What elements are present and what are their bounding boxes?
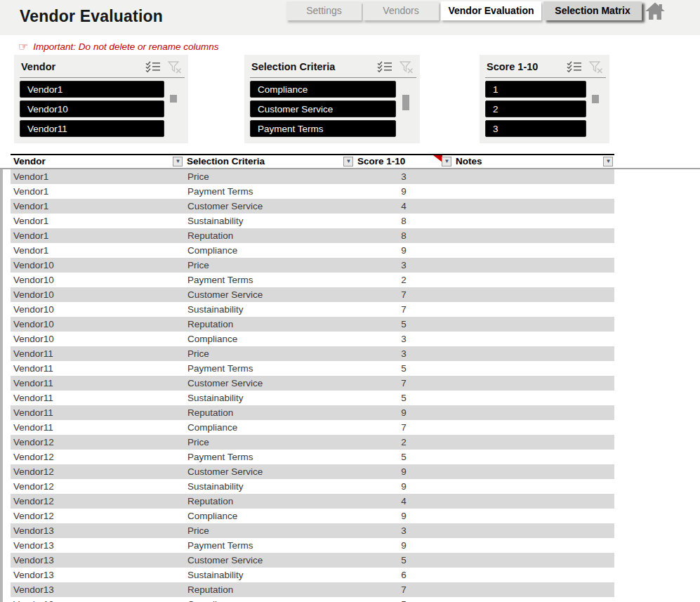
cell-criteria[interactable]: Reputation bbox=[184, 494, 355, 509]
cell-notes[interactable] bbox=[453, 553, 614, 568]
cell-score[interactable]: 4 bbox=[355, 199, 453, 214]
cell-notes[interactable] bbox=[453, 332, 614, 346]
table-row[interactable]: Vendor1 Reputation 8 bbox=[11, 228, 614, 243]
cell-score[interactable]: 9 bbox=[355, 243, 453, 258]
cell-notes[interactable] bbox=[453, 184, 614, 199]
table-row[interactable]: Vendor10 Sustainability 7 bbox=[11, 302, 614, 317]
table-row[interactable]: Vendor13 Reputation 7 bbox=[11, 582, 614, 597]
cell-score[interactable]: 9 bbox=[355, 479, 453, 494]
cell-vendor[interactable]: Vendor10 bbox=[11, 258, 184, 273]
cell-notes[interactable] bbox=[453, 405, 614, 420]
slicer-item[interactable]: Compliance bbox=[250, 81, 396, 98]
table-row[interactable]: Vendor10 Reputation 5 bbox=[11, 317, 614, 332]
slicer-item[interactable]: 3 bbox=[485, 120, 586, 137]
cell-score[interactable]: 7 bbox=[355, 376, 453, 391]
cell-vendor[interactable]: Vendor12 bbox=[11, 450, 184, 464]
cell-score[interactable]: 3 bbox=[355, 523, 453, 538]
cell-criteria[interactable]: Price bbox=[184, 346, 355, 361]
cell-score[interactable]: 5 bbox=[355, 391, 453, 405]
slicer-item[interactable]: 2 bbox=[485, 100, 586, 117]
table-row[interactable]: Vendor1 Sustainability 8 bbox=[11, 214, 614, 228]
cell-criteria[interactable]: Customer Service bbox=[184, 464, 355, 479]
cell-score[interactable]: 3 bbox=[355, 332, 453, 346]
cell-notes[interactable] bbox=[453, 391, 614, 405]
cell-criteria[interactable]: Price bbox=[184, 258, 355, 273]
table-row[interactable]: Vendor13 Customer Service 5 bbox=[11, 553, 614, 568]
cell-score[interactable]: 4 bbox=[355, 494, 453, 509]
cell-score[interactable]: 3 bbox=[355, 258, 453, 273]
slicer-item[interactable]: Vendor10 bbox=[20, 100, 164, 117]
cell-criteria[interactable]: Sustainability bbox=[184, 568, 355, 582]
cell-notes[interactable] bbox=[453, 214, 614, 228]
table-row[interactable]: Vendor11 Price 3 bbox=[11, 346, 614, 361]
cell-criteria[interactable]: Payment Terms bbox=[184, 450, 355, 464]
cell-score[interactable]: 9 bbox=[355, 509, 453, 523]
tab-vendor-evaluation[interactable]: Vendor Evaluation bbox=[441, 1, 541, 20]
cell-notes[interactable] bbox=[453, 450, 614, 464]
cell-vendor[interactable]: Vendor1 bbox=[11, 199, 184, 214]
cell-vendor[interactable]: Vendor10 bbox=[11, 332, 184, 346]
cell-vendor[interactable]: Vendor10 bbox=[11, 302, 184, 317]
cell-criteria[interactable]: Sustainability bbox=[184, 391, 355, 405]
cell-criteria[interactable]: Reputation bbox=[184, 228, 355, 243]
cell-criteria[interactable]: Sustainability bbox=[184, 214, 355, 228]
cell-notes[interactable] bbox=[453, 302, 614, 317]
table-row[interactable]: Vendor10 Payment Terms 2 bbox=[11, 273, 614, 287]
cell-vendor[interactable]: Vendor13 bbox=[11, 582, 184, 597]
cell-vendor[interactable]: Vendor12 bbox=[11, 509, 184, 523]
cell-score[interactable]: 2 bbox=[355, 435, 453, 450]
cell-notes[interactable] bbox=[453, 361, 614, 376]
cell-vendor[interactable]: Vendor13 bbox=[11, 553, 184, 568]
cell-criteria[interactable]: Customer Service bbox=[184, 376, 355, 391]
table-row[interactable]: Vendor11 Customer Service 7 bbox=[11, 376, 614, 391]
slicer-item[interactable]: Vendor11 bbox=[20, 120, 164, 137]
cell-criteria[interactable]: Compliance bbox=[184, 243, 355, 258]
filter-dropdown-icon[interactable]: ▼ bbox=[442, 157, 451, 166]
cell-vendor[interactable]: Vendor13 bbox=[11, 597, 184, 602]
cell-notes[interactable] bbox=[453, 228, 614, 243]
slicer-item[interactable]: Customer Service bbox=[250, 100, 396, 117]
cell-score[interactable]: 9 bbox=[355, 538, 453, 553]
table-row[interactable]: Vendor11 Payment Terms 5 bbox=[11, 361, 614, 376]
tab-vendors[interactable]: Vendors bbox=[363, 1, 439, 20]
cell-vendor[interactable]: Vendor11 bbox=[11, 420, 184, 435]
clear-filter-icon[interactable] bbox=[399, 61, 415, 74]
cell-score[interactable]: 6 bbox=[355, 568, 453, 582]
cell-criteria[interactable]: Sustainability bbox=[184, 479, 355, 494]
home-icon[interactable] bbox=[645, 1, 666, 22]
cell-score[interactable]: 5 bbox=[355, 553, 453, 568]
cell-criteria[interactable]: Reputation bbox=[184, 582, 355, 597]
cell-criteria[interactable]: Reputation bbox=[184, 317, 355, 332]
table-row[interactable]: Vendor12 Reputation 4 bbox=[11, 494, 614, 509]
cell-score[interactable]: 5 bbox=[355, 450, 453, 464]
cell-score[interactable]: 3 bbox=[355, 169, 453, 184]
cell-vendor[interactable]: Vendor11 bbox=[11, 376, 184, 391]
multi-select-icon[interactable] bbox=[567, 61, 582, 74]
table-row[interactable]: Vendor13 Compliance 5 bbox=[11, 597, 614, 602]
table-row[interactable]: Vendor10 Customer Service 7 bbox=[11, 287, 614, 302]
cell-vendor[interactable]: Vendor1 bbox=[11, 228, 184, 243]
scrollbar-thumb[interactable] bbox=[402, 95, 409, 110]
cell-vendor[interactable]: Vendor11 bbox=[11, 346, 184, 361]
cell-vendor[interactable]: Vendor1 bbox=[11, 184, 184, 199]
table-row[interactable]: Vendor1 Compliance 9 bbox=[11, 243, 614, 258]
cell-notes[interactable] bbox=[453, 273, 614, 287]
cell-criteria[interactable]: Customer Service bbox=[184, 199, 355, 214]
cell-notes[interactable] bbox=[453, 420, 614, 435]
cell-notes[interactable] bbox=[453, 376, 614, 391]
cell-notes[interactable] bbox=[453, 464, 614, 479]
cell-criteria[interactable]: Price bbox=[184, 523, 355, 538]
filter-dropdown-icon[interactable]: ▼ bbox=[343, 157, 353, 166]
cell-notes[interactable] bbox=[453, 243, 614, 258]
cell-notes[interactable] bbox=[453, 479, 614, 494]
cell-notes[interactable] bbox=[453, 568, 614, 582]
cell-score[interactable]: 5 bbox=[355, 317, 453, 332]
cell-vendor[interactable]: Vendor1 bbox=[11, 243, 184, 258]
table-row[interactable]: Vendor11 Reputation 9 bbox=[11, 405, 614, 420]
cell-score[interactable]: 5 bbox=[355, 361, 453, 376]
table-row[interactable]: Vendor10 Price 3 bbox=[11, 258, 614, 273]
table-row[interactable]: Vendor1 Payment Terms 9 bbox=[11, 184, 614, 199]
cell-criteria[interactable]: Compliance bbox=[184, 597, 355, 602]
cell-vendor[interactable]: Vendor13 bbox=[11, 523, 184, 538]
cell-vendor[interactable]: Vendor11 bbox=[11, 361, 184, 376]
